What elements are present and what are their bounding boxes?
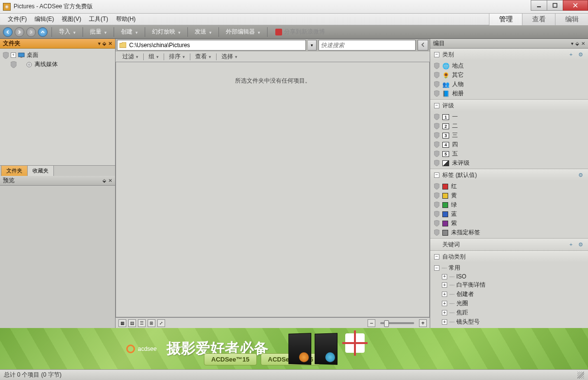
folder-tree[interactable]: + 桌面 离线媒体 bbox=[0, 49, 115, 165]
resize-grip[interactable] bbox=[577, 372, 584, 379]
collapse-icon[interactable]: − bbox=[434, 173, 439, 178]
address-dropdown[interactable]: ▾ bbox=[308, 40, 317, 51]
zoom-slider[interactable] bbox=[380, 322, 414, 324]
view-mode-icon[interactable]: ⊞ bbox=[148, 319, 155, 327]
gear-icon[interactable]: ⚙ bbox=[577, 241, 584, 248]
filter-filter[interactable]: 过滤 bbox=[119, 52, 141, 61]
mode-manage[interactable]: 管理 bbox=[489, 14, 522, 25]
close-button[interactable] bbox=[563, 0, 588, 11]
tree-row-desktop[interactable]: + 桌面 bbox=[1, 51, 114, 60]
nav-forward-button[interactable] bbox=[15, 27, 24, 37]
maximize-button[interactable] bbox=[547, 0, 563, 11]
filter-select[interactable]: 选择 bbox=[218, 52, 240, 61]
gear-icon[interactable]: ⚙ bbox=[577, 172, 584, 178]
expand-icon[interactable]: + bbox=[442, 310, 447, 315]
group-header[interactable]: − 标签 (默认值) ⚙ bbox=[430, 169, 588, 181]
auto-category-item[interactable]: +······创建者 bbox=[442, 290, 588, 299]
category-item[interactable]: 👥人物 bbox=[430, 80, 588, 89]
toolbar-send[interactable]: 发送 bbox=[192, 28, 215, 36]
zoom-in-button[interactable]: + bbox=[419, 319, 427, 327]
plus-icon[interactable]: + bbox=[568, 51, 574, 58]
rating-item[interactable]: 4四 bbox=[430, 140, 588, 149]
view-mode-icon[interactable]: ⤢ bbox=[157, 319, 165, 327]
menu-file[interactable]: 文件(F) bbox=[4, 15, 31, 23]
search-input[interactable] bbox=[319, 40, 416, 51]
nav-up-button[interactable] bbox=[38, 27, 48, 37]
category-item[interactable]: 🌐地点 bbox=[430, 61, 588, 70]
content-area[interactable]: 所选文件夹中没有任何项目。 bbox=[116, 62, 430, 317]
zoom-out-button[interactable]: − bbox=[368, 319, 375, 327]
gear-icon[interactable]: ⚙ bbox=[577, 51, 584, 58]
toolbar-batch[interactable]: 批量 bbox=[87, 28, 110, 36]
nav-history-button[interactable] bbox=[26, 27, 36, 37]
rating-item[interactable]: 1一 bbox=[430, 112, 588, 121]
close-panel-icon[interactable]: ✕ bbox=[108, 41, 112, 46]
auto-category-item[interactable]: +······光圈 bbox=[442, 299, 588, 308]
tab-folders[interactable]: 文件夹 bbox=[1, 165, 28, 176]
group-header[interactable]: − 评级 bbox=[430, 100, 588, 111]
tag-none[interactable]: 未指定标签 bbox=[430, 228, 588, 237]
auto-category-item[interactable]: +······白平衡详情 bbox=[442, 280, 588, 290]
collapse-icon[interactable]: − bbox=[434, 254, 439, 259]
toolbar-share[interactable]: 分享到新浪微博 bbox=[275, 28, 327, 36]
menu-edit[interactable]: 编辑(E) bbox=[31, 15, 58, 23]
banner-btn-15[interactable]: ACDSee™15 bbox=[204, 353, 257, 365]
search-button[interactable] bbox=[418, 40, 428, 51]
minimize-button[interactable] bbox=[531, 0, 547, 11]
menu-tools[interactable]: 工具(T) bbox=[85, 15, 112, 23]
expand-icon[interactable]: + bbox=[442, 274, 447, 279]
tag-item[interactable]: 红 bbox=[430, 182, 588, 191]
pin-icon[interactable]: ⬙ bbox=[102, 41, 106, 46]
panel-menu-icon[interactable]: ▾ bbox=[571, 41, 573, 46]
expand-icon[interactable]: + bbox=[442, 292, 447, 297]
auto-row-common[interactable]: − ······ 常用 bbox=[434, 263, 588, 273]
category-item[interactable]: 🌻其它 bbox=[430, 70, 588, 80]
toolbar-create[interactable]: 创建 bbox=[118, 28, 141, 36]
toolbar-import[interactable]: 导入 bbox=[56, 28, 79, 36]
auto-category-item[interactable]: +······焦距 bbox=[442, 308, 588, 317]
category-item[interactable]: 📘相册 bbox=[430, 89, 588, 98]
view-mode-icon[interactable]: ▦ bbox=[118, 319, 126, 327]
rating-item[interactable]: 3三 bbox=[430, 131, 588, 140]
tag-item[interactable]: 紫 bbox=[430, 219, 588, 228]
close-panel-icon[interactable]: ✕ bbox=[108, 178, 112, 183]
rating-unrated[interactable]: 未评级 bbox=[430, 158, 588, 168]
auto-category-item[interactable]: +······镜头型号 bbox=[442, 317, 588, 327]
address-bar[interactable]: C:\Users\china\Pictures bbox=[117, 40, 306, 51]
collapse-icon[interactable]: − bbox=[434, 52, 439, 57]
close-panel-icon[interactable]: ✕ bbox=[581, 41, 585, 46]
collapse-icon[interactable]: − bbox=[434, 103, 439, 108]
pin-icon[interactable]: ⬙ bbox=[102, 178, 106, 183]
view-mode-icon[interactable]: ▤ bbox=[128, 319, 136, 327]
group-header[interactable]: 关键词 + ⚙ bbox=[430, 239, 588, 250]
tag-item[interactable]: 黄 bbox=[430, 191, 588, 200]
mode-edit[interactable]: 编辑 bbox=[555, 14, 588, 25]
group-header[interactable]: − 类别 + ⚙ bbox=[430, 49, 588, 60]
view-mode-icon[interactable]: ☰ bbox=[138, 319, 146, 327]
rating-item[interactable]: 2二 bbox=[430, 121, 588, 131]
expand-icon[interactable]: + bbox=[442, 319, 447, 325]
collapse-icon[interactable]: − bbox=[434, 265, 439, 271]
group-header[interactable]: − 自动类别 bbox=[430, 251, 588, 262]
expand-icon[interactable]: + bbox=[442, 301, 447, 306]
rating-item[interactable]: 5五 bbox=[430, 149, 588, 158]
plus-icon[interactable]: + bbox=[568, 241, 574, 248]
tag-item[interactable]: 蓝 bbox=[430, 209, 588, 219]
mode-view[interactable]: 查看 bbox=[522, 14, 555, 25]
auto-category-item[interactable]: +······ISO bbox=[442, 273, 588, 280]
menu-help[interactable]: 帮助(H) bbox=[112, 15, 140, 23]
tab-favorites[interactable]: 收藏夹 bbox=[27, 165, 54, 176]
menu-view[interactable]: 视图(V) bbox=[58, 15, 85, 23]
tag-item[interactable]: 绿 bbox=[430, 200, 588, 209]
filter-sort[interactable]: 排序 bbox=[166, 52, 188, 61]
pin-icon[interactable]: ⬙ bbox=[575, 41, 579, 46]
panel-menu-icon[interactable]: ▾ bbox=[98, 41, 101, 46]
filter-group[interactable]: 组 bbox=[146, 52, 162, 61]
expand-icon[interactable]: + bbox=[442, 282, 447, 288]
toolbar-external[interactable]: 外部编辑器 bbox=[223, 28, 263, 36]
expand-icon[interactable]: + bbox=[11, 52, 16, 58]
tree-row-offline[interactable]: 离线媒体 bbox=[1, 60, 114, 69]
nav-back-button[interactable] bbox=[3, 27, 13, 37]
filter-view[interactable]: 查看 bbox=[192, 52, 214, 61]
promo-banner[interactable]: acdsee 摄影爱好者必备 ACDSee™15 ACDSee™Pro6 bbox=[0, 328, 588, 369]
